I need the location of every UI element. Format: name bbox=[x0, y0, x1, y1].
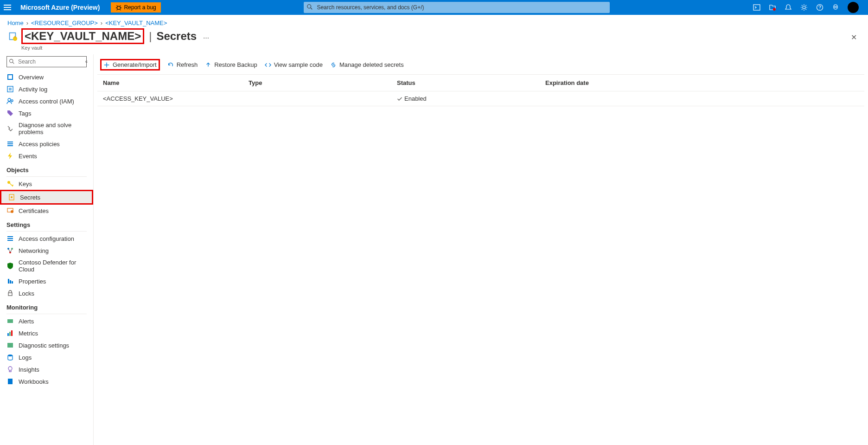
collapse-sidebar-icon[interactable]: « bbox=[85, 59, 88, 64]
sidebar-search-input[interactable] bbox=[6, 56, 87, 67]
table-row[interactable]: <ACCESS_KEY_VALUE> Enabled bbox=[97, 91, 864, 106]
sidebar-item-label: Contoso Defender for Cloud bbox=[19, 259, 87, 273]
cloudshell-icon[interactable] bbox=[753, 4, 760, 11]
sidebar-item-locks[interactable]: Locks bbox=[0, 287, 93, 299]
check-icon bbox=[397, 96, 402, 102]
sidebar-item-label: Access configuration bbox=[19, 235, 74, 242]
svg-point-1 bbox=[307, 5, 311, 8]
svg-point-12 bbox=[10, 59, 13, 63]
workbooks-icon bbox=[6, 378, 14, 385]
breadcrumb-keyvault[interactable]: <KEY_VAULT_NAME> bbox=[105, 19, 167, 26]
manage-deleted-button[interactable]: Manage deleted secrets bbox=[330, 61, 404, 68]
svg-point-46 bbox=[8, 367, 12, 370]
sidebar-section-settings: Settings bbox=[0, 217, 93, 230]
top-bar: Microsoft Azure (Preview) Report a bug bbox=[0, 0, 868, 15]
svg-rect-40 bbox=[7, 319, 13, 323]
lock-icon bbox=[6, 290, 14, 297]
config-icon bbox=[6, 235, 14, 242]
cell-type bbox=[249, 95, 397, 102]
main-content: Generate/Import Refresh Restore Backup V… bbox=[94, 54, 868, 445]
col-header-name[interactable]: Name bbox=[100, 79, 249, 86]
svg-rect-37 bbox=[10, 280, 11, 284]
svg-rect-43 bbox=[11, 330, 13, 336]
sidebar-search-wrap: « bbox=[6, 56, 87, 67]
secrets-icon bbox=[8, 193, 15, 201]
svg-point-4 bbox=[773, 8, 776, 11]
svg-rect-36 bbox=[8, 279, 9, 284]
cell-name: <ACCESS_KEY_VALUE> bbox=[100, 95, 249, 102]
svg-rect-11 bbox=[14, 38, 17, 40]
global-search-input[interactable] bbox=[304, 2, 610, 13]
sidebar-item-insights[interactable]: Insights bbox=[0, 363, 93, 375]
sidebar-item-label: Locks bbox=[19, 290, 34, 297]
sidebar-section-monitoring: Monitoring bbox=[0, 299, 93, 313]
sidebar-item-label: Diagnostic settings bbox=[19, 342, 69, 349]
sidebar-item-label: Keys bbox=[19, 181, 32, 187]
tool-label: Generate/Import bbox=[113, 61, 157, 68]
sidebar-item-tags[interactable]: Tags bbox=[0, 107, 93, 119]
view-sample-code-button[interactable]: View sample code bbox=[265, 61, 323, 68]
sidebar-item-keys[interactable]: Keys bbox=[0, 178, 93, 190]
notifications-icon[interactable] bbox=[785, 4, 792, 11]
generate-import-button[interactable]: Generate/Import bbox=[100, 59, 160, 71]
page-title-row: <KEY_VAULT_NAME> | Secrets ⋯ ✕ bbox=[0, 28, 868, 45]
sidebar-item-label: Properties bbox=[19, 278, 46, 285]
tool-label: Refresh bbox=[177, 61, 198, 68]
col-header-type[interactable]: Type bbox=[249, 79, 397, 86]
sidebar-item-diagnose[interactable]: Diagnose and solve problems bbox=[0, 119, 93, 138]
status-label: Enabled bbox=[404, 95, 427, 102]
policies-icon bbox=[6, 140, 14, 148]
sidebar-item-workbooks[interactable]: Workbooks bbox=[0, 375, 93, 387]
sidebar: « Overview Activity log Access control (… bbox=[0, 54, 94, 445]
iam-icon bbox=[6, 97, 14, 105]
directories-icon[interactable] bbox=[769, 4, 776, 11]
hamburger-menu-icon[interactable] bbox=[4, 3, 13, 12]
refresh-button[interactable]: Refresh bbox=[167, 61, 198, 68]
sidebar-item-defender[interactable]: Contoso Defender for Cloud bbox=[0, 257, 93, 275]
avatar[interactable] bbox=[848, 2, 859, 13]
chevron-right-icon: › bbox=[26, 19, 28, 26]
help-icon[interactable] bbox=[816, 4, 823, 11]
breadcrumb-home[interactable]: Home bbox=[7, 19, 24, 26]
svg-rect-38 bbox=[12, 281, 13, 284]
sidebar-item-overview[interactable]: Overview bbox=[0, 71, 93, 83]
sidebar-item-alerts[interactable]: Alerts bbox=[0, 315, 93, 327]
sidebar-item-certificates[interactable]: Certificates bbox=[0, 205, 93, 217]
page-subtitle: Key vault bbox=[0, 45, 868, 54]
sidebar-item-access-control[interactable]: Access control (IAM) bbox=[0, 95, 93, 107]
sidebar-item-diagnostic[interactable]: Diagnostic settings bbox=[0, 339, 93, 351]
close-icon[interactable]: ✕ bbox=[851, 33, 861, 42]
diagnostic-icon bbox=[6, 342, 14, 349]
col-header-expiration[interactable]: Expiration date bbox=[545, 79, 862, 86]
feedback-icon[interactable] bbox=[832, 4, 839, 11]
settings-icon[interactable] bbox=[800, 4, 808, 11]
sidebar-item-label: Activity log bbox=[19, 86, 47, 93]
sidebar-item-access-config[interactable]: Access configuration bbox=[0, 232, 93, 245]
svg-point-7 bbox=[819, 9, 820, 9]
secrets-table: Name Type Status Expiration date <ACCESS… bbox=[97, 75, 864, 106]
sidebar-item-label: Logs bbox=[19, 354, 32, 361]
sidebar-item-label: Overview bbox=[19, 74, 44, 81]
table-header-row: Name Type Status Expiration date bbox=[97, 75, 864, 91]
report-bug-button[interactable]: Report a bug bbox=[111, 2, 160, 13]
divider bbox=[6, 231, 87, 232]
svg-rect-42 bbox=[9, 332, 11, 336]
properties-icon bbox=[6, 277, 14, 285]
sidebar-item-activity-log[interactable]: Activity log bbox=[0, 83, 93, 95]
brand-label[interactable]: Microsoft Azure (Preview) bbox=[20, 4, 100, 11]
svg-rect-44 bbox=[7, 343, 13, 348]
sidebar-item-access-policies[interactable]: Access policies bbox=[0, 138, 93, 150]
sidebar-item-secrets[interactable]: Secrets bbox=[0, 190, 93, 205]
breadcrumb-resource-group[interactable]: <RESOURCE_GROUP> bbox=[31, 19, 98, 26]
sidebar-item-metrics[interactable]: Metrics bbox=[0, 327, 93, 339]
more-icon[interactable]: ⋯ bbox=[203, 34, 209, 41]
plus-icon bbox=[103, 62, 110, 68]
sidebar-item-events[interactable]: Events bbox=[0, 150, 93, 162]
col-header-status[interactable]: Status bbox=[397, 79, 545, 86]
svg-point-27 bbox=[11, 196, 13, 198]
sidebar-item-properties[interactable]: Properties bbox=[0, 275, 93, 287]
divider bbox=[6, 314, 87, 314]
sidebar-item-logs[interactable]: Logs bbox=[0, 351, 93, 363]
sidebar-item-networking[interactable]: Networking bbox=[0, 245, 93, 257]
restore-backup-button[interactable]: Restore Backup bbox=[205, 61, 257, 68]
